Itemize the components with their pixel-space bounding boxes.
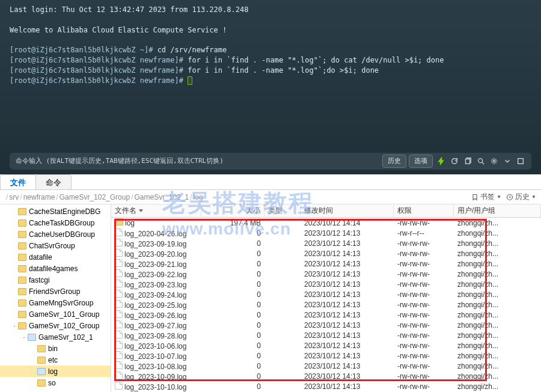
last-login-line: Last login: Thu Oct 12 13:42:47 2023 fro… — [10, 5, 531, 15]
tree-item-fastcgi[interactable]: fastcgi — [0, 274, 111, 286]
tree-item-CacheUserDBGroup[interactable]: CacheUserDBGroup — [0, 228, 111, 240]
tab-files[interactable]: 文件 — [0, 174, 36, 189]
folder-icon — [18, 242, 26, 250]
folder-icon — [18, 208, 26, 215]
file-icon — [115, 249, 123, 257]
tree-item-CacheTaskDBGroup[interactable]: CacheTaskDBGroup — [0, 217, 111, 228]
file-row[interactable]: log_2023-10-07.log02023/10/12 14:13-rw-r… — [111, 351, 541, 361]
command-input-bar[interactable]: 命令输入 (按ALT键提示历史,TAB键路径,ESC键返回,双击CTRL切换) … — [10, 153, 531, 170]
file-icon — [115, 331, 123, 338]
path-segment[interactable]: GameSvr_102_Group — [60, 193, 130, 201]
file-row[interactable]: log_2023-09-19.log02023/10/12 14:13-rw-r… — [111, 238, 541, 248]
search-icon[interactable] — [476, 156, 486, 166]
file-row[interactable]: log_2023-09-24.log02023/10/12 14:13-rw-r… — [111, 289, 541, 299]
terminal-line: [root@iZj6c7st8anl5b0lkjkcwbZ newframe]#… — [10, 66, 531, 76]
history-button[interactable]: 历史 — [382, 155, 406, 167]
path-segment[interactable]: log — [194, 193, 203, 201]
tree-item-datafile4games[interactable]: datafile4games — [0, 263, 111, 274]
file-icon — [115, 290, 123, 298]
folder-tree[interactable]: CacheStatEngineDBGCacheTaskDBGroupCacheU… — [0, 204, 111, 392]
svg-rect-0 — [466, 159, 470, 164]
file-row[interactable]: log_2023-09-25.log02023/10/12 14:13-rw-r… — [111, 299, 541, 310]
file-row[interactable]: log_2023-09-22.log02023/10/12 14:13-rw-r… — [111, 269, 541, 279]
tab-commands[interactable]: 命令 — [35, 174, 72, 189]
file-row[interactable]: log_2023-09-27.log02023/10/12 14:13-rw-r… — [111, 320, 541, 330]
file-row[interactable]: log_2023-10-09.log02023/10/12 14:13-rw-r… — [111, 371, 541, 381]
file-icon — [115, 228, 123, 236]
gear-icon[interactable] — [489, 156, 499, 166]
tree-item-GameSvr_102_1[interactable]: -GameSvr_102_1 — [0, 331, 111, 343]
tree-item-CacheStatEngineDBG[interactable]: CacheStatEngineDBG — [0, 206, 111, 217]
file-icon — [115, 382, 123, 390]
tree-item-so[interactable]: so — [0, 377, 111, 388]
file-row[interactable]: log_2023-10-08.log02023/10/12 14:13-rw-r… — [111, 361, 541, 371]
path-segment[interactable]: GameSvr_102_1 — [134, 193, 189, 201]
svg-point-1 — [478, 159, 483, 163]
tree-item-GameSvr_102_Group[interactable]: -GameSvr_102_Group — [0, 320, 111, 331]
col-size[interactable]: 大小 — [201, 204, 264, 217]
folder-icon — [37, 368, 46, 375]
terminal-pane[interactable]: Last login: Thu Oct 12 13:42:47 2023 fro… — [0, 0, 541, 174]
breadcrumb[interactable]: /srv/newframe/GameSvr_102_Group/GameSvr_… — [5, 193, 466, 201]
folder-icon — [18, 322, 26, 329]
path-segment[interactable]: newframe — [23, 193, 55, 201]
tree-expander[interactable]: - — [20, 334, 28, 340]
bookmark-button[interactable]: 书签▼ — [471, 192, 501, 202]
tree-item-etc[interactable]: etc — [0, 354, 111, 366]
col-type[interactable]: 类型 — [264, 204, 301, 217]
tree-item-GameSvr_101_Group[interactable]: GameSvr_101_Group — [0, 308, 111, 320]
refresh-icon[interactable] — [450, 156, 459, 166]
list-header: 文件名 大小 类型 修改时间 权限 用户/用户组 — [111, 204, 541, 218]
folder-icon — [18, 288, 26, 295]
folder-icon — [28, 334, 36, 341]
col-perm[interactable]: 权限 — [394, 204, 454, 217]
file-icon — [115, 280, 123, 287]
path-segment[interactable]: srv — [9, 193, 19, 201]
folder-icon — [18, 219, 26, 227]
welcome-line: Welcome to Alibaba Cloud Elastic Compute… — [10, 25, 531, 35]
file-icon — [115, 269, 123, 277]
path-history-button[interactable]: 历史▼ — [506, 192, 536, 202]
file-icon — [115, 341, 123, 349]
options-button[interactable]: 选项 — [409, 155, 433, 167]
file-row[interactable]: log_2023-10-10.log02023/10/12 14:13-rw-r… — [111, 381, 541, 391]
folder-icon — [18, 254, 26, 261]
col-user[interactable]: 用户/用户组 — [454, 204, 541, 217]
tree-item-bin[interactable]: bin — [0, 343, 111, 354]
panel-tabs: 文件 命令 — [0, 174, 541, 190]
col-date[interactable]: 修改时间 — [301, 204, 394, 217]
folder-icon — [18, 311, 26, 318]
file-icon — [115, 310, 123, 318]
file-row[interactable]: log197.4 MB2023/10/12 14:14-rw-rw-rw-zho… — [111, 218, 541, 228]
tree-expander[interactable]: - — [11, 322, 18, 329]
tree-item-ChatSvrGroup[interactable]: ChatSvrGroup — [0, 240, 111, 251]
command-hint: 命令输入 (按ALT键提示历史,TAB键路径,ESC键返回,双击CTRL切换) — [16, 156, 380, 165]
folder-icon — [37, 357, 46, 364]
folder-icon — [115, 218, 123, 225]
file-icon — [115, 239, 123, 247]
file-row[interactable]: log_2023-09-26.log02023/10/12 14:13-rw-r… — [111, 310, 541, 320]
file-icon — [115, 361, 123, 369]
tree-item-GameMngSvrGroup[interactable]: GameMngSvrGroup — [0, 297, 111, 308]
svg-point-2 — [493, 160, 495, 162]
tree-item-FriendSvrGroup[interactable]: FriendSvrGroup — [0, 286, 111, 297]
col-name[interactable]: 文件名 — [111, 204, 201, 217]
file-icon — [115, 300, 123, 308]
tree-item-log[interactable]: log — [0, 366, 111, 377]
chevron-down-icon[interactable] — [503, 156, 512, 166]
file-row[interactable]: log_2023-10-06.log02023/10/12 14:13-rw-r… — [111, 340, 541, 351]
svg-rect-3 — [518, 159, 524, 164]
file-row[interactable]: log_2023-09-21.log02023/10/12 14:13-rw-r… — [111, 259, 541, 269]
file-icon — [115, 372, 123, 379]
expand-icon[interactable] — [516, 156, 525, 166]
copy-icon[interactable] — [463, 156, 472, 166]
terminal-line: [root@iZj6c7st8anl5b0lkjkcwbZ newframe]#… — [10, 55, 531, 66]
folder-icon — [18, 277, 26, 284]
bolt-icon[interactable] — [436, 156, 446, 166]
file-row[interactable]: log_2020-04-26.log02023/10/12 14:13-rw-r… — [111, 228, 541, 238]
file-row[interactable]: log_2023-09-23.log02023/10/12 14:13-rw-r… — [111, 279, 541, 289]
folder-icon — [37, 379, 46, 387]
tree-item-datafile[interactable]: datafile — [0, 251, 111, 263]
file-row[interactable]: log_2023-09-28.log02023/10/12 14:13-rw-r… — [111, 330, 541, 340]
file-row[interactable]: log_2023-09-20.log02023/10/12 14:13-rw-r… — [111, 248, 541, 259]
